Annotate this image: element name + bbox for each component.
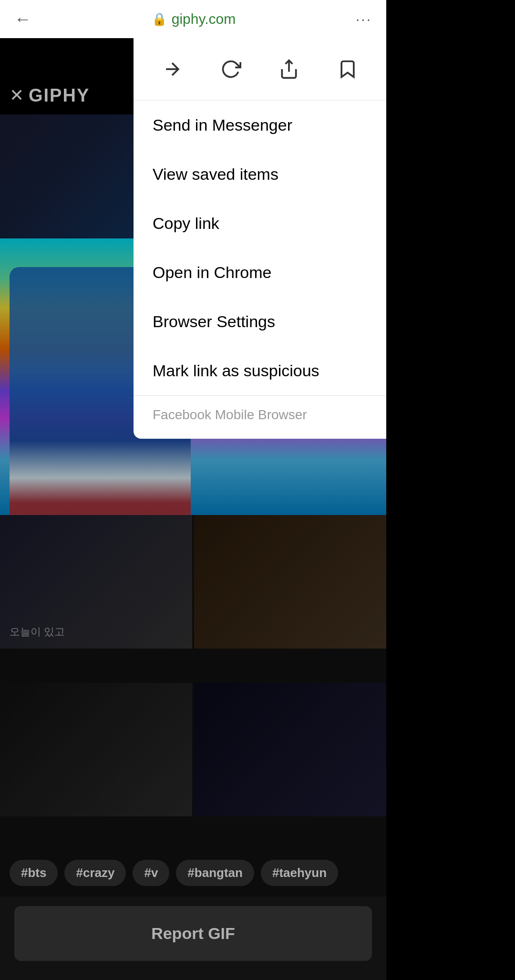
url-text: giphy.com (172, 11, 236, 27)
status-bar: ← 🔒 giphy.com ··· (0, 0, 386, 38)
menu-view-saved[interactable]: View saved items (134, 150, 386, 199)
back-button[interactable]: ← (14, 9, 31, 29)
dropdown-footer: Facebook Mobile Browser (134, 396, 386, 434)
share-button[interactable] (272, 52, 306, 86)
dropdown-icon-row (134, 38, 386, 101)
dropdown-menu: Send in Messenger View saved items Copy … (134, 38, 386, 439)
menu-send-messenger[interactable]: Send in Messenger (134, 101, 386, 150)
menu-mark-suspicious[interactable]: Mark link as suspicious (134, 346, 386, 395)
lock-icon: 🔒 (152, 12, 167, 27)
menu-browser-settings[interactable]: Browser Settings (134, 297, 386, 346)
share-icon (278, 59, 299, 80)
forward-icon (162, 59, 183, 80)
reload-icon (220, 59, 241, 80)
menu-copy-link[interactable]: Copy link (134, 199, 386, 248)
forward-button[interactable] (155, 52, 189, 86)
more-button[interactable]: ··· (356, 11, 372, 27)
menu-open-chrome[interactable]: Open in Chrome (134, 248, 386, 297)
bookmark-button[interactable] (331, 52, 364, 86)
bookmark-icon (337, 59, 358, 80)
reload-button[interactable] (214, 52, 247, 86)
url-bar[interactable]: 🔒 giphy.com (152, 11, 236, 27)
